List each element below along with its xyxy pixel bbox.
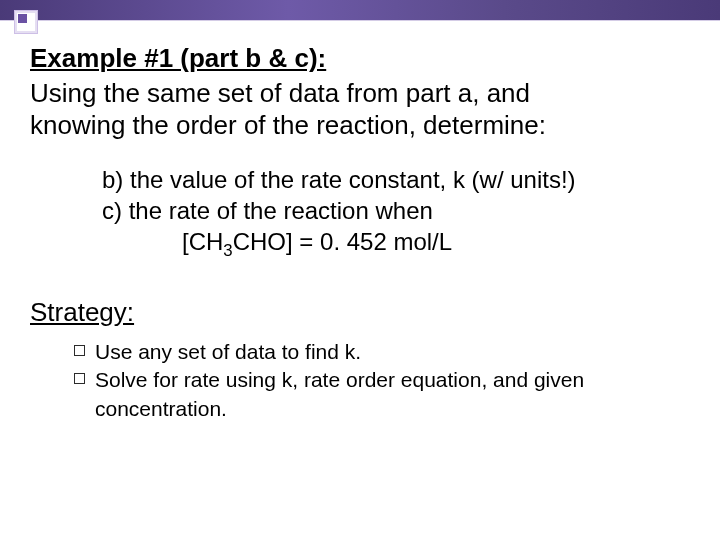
- formula-subscript: 3: [223, 241, 232, 260]
- intro-line-2: knowing the order of the reaction, deter…: [30, 110, 546, 140]
- strategy-bullets: Use any set of data to find k. Solve for…: [74, 338, 690, 423]
- example-heading: Example #1 (part b & c):: [30, 42, 690, 75]
- slide: Example #1 (part b & c): Using the same …: [0, 0, 720, 540]
- bullet-text: Solve for rate using k, rate order equat…: [95, 366, 690, 423]
- accent-square-icon: [14, 10, 38, 34]
- formula-suffix: CHO] = 0. 452 mol/L: [233, 228, 452, 255]
- strategy-heading: Strategy:: [30, 297, 690, 328]
- square-bullet-icon: [74, 345, 85, 356]
- intro-line-1: Using the same set of data from part a, …: [30, 78, 530, 108]
- subparts: b) the value of the rate constant, k (w/…: [102, 164, 690, 258]
- slide-top-bar: [0, 0, 720, 21]
- square-bullet-icon: [74, 373, 85, 384]
- formula-prefix: [CH: [182, 228, 223, 255]
- intro-text: Using the same set of data from part a, …: [30, 77, 690, 142]
- part-b-text: b) the value of the rate constant, k (w/…: [102, 164, 690, 195]
- list-item: Solve for rate using k, rate order equat…: [74, 366, 690, 423]
- concentration-formula: [CH3CHO] = 0. 452 mol/L: [182, 226, 690, 257]
- bullet-text: Use any set of data to find k.: [95, 338, 690, 366]
- list-item: Use any set of data to find k.: [74, 338, 690, 366]
- slide-content: Example #1 (part b & c): Using the same …: [30, 42, 690, 423]
- part-c-text: c) the rate of the reaction when: [102, 195, 690, 226]
